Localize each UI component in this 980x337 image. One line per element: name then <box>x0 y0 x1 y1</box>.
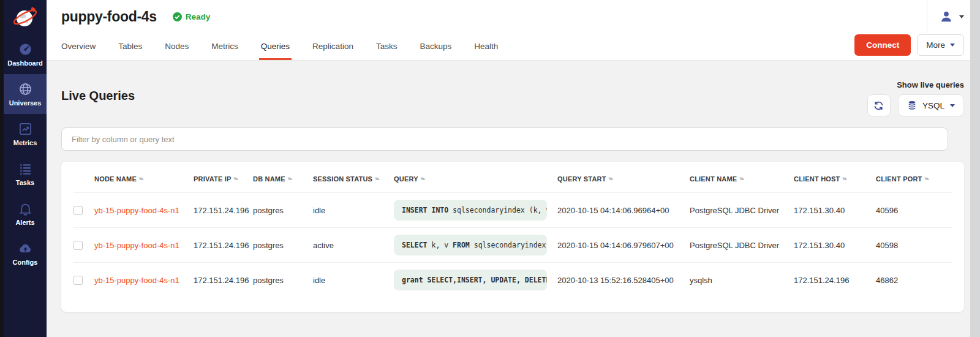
check-circle-icon <box>173 12 182 21</box>
sidebar-item-universes[interactable]: Universes <box>4 74 47 114</box>
column-header-label: QUERY <box>394 175 418 183</box>
tab-replication[interactable]: Replication <box>312 42 353 60</box>
column-header-node-name[interactable]: NODE NAME▾▴ <box>94 175 194 183</box>
column-header-label: CLIENT HOST <box>794 175 840 183</box>
globe-icon <box>18 82 32 96</box>
column-header-client-name[interactable]: CLIENT NAME▾▴ <box>690 175 794 183</box>
table-header-row: NODE NAME▾▴PRIVATE IP▾▴DB NAME▾▴SESSION … <box>74 165 952 192</box>
row-checkbox[interactable] <box>74 241 83 250</box>
sidebar-item-label: Dashboard <box>7 59 42 67</box>
status-badge: Ready <box>173 12 211 21</box>
query-cell: SELECT k, v FROM sqlsecondaryindex … <box>394 235 557 256</box>
tab-health[interactable]: Health <box>474 42 498 60</box>
connect-button[interactable]: Connect <box>854 34 911 56</box>
tab-tasks[interactable]: Tasks <box>376 42 398 60</box>
sidebar-nav: DashboardUniversesMetricsTasksAlertsConf… <box>4 34 47 273</box>
toolbar-right: Show live queries <box>867 80 964 116</box>
row-checkbox[interactable] <box>74 276 83 285</box>
more-button-label: More <box>926 40 945 50</box>
sort-icon[interactable]: ▾▴ <box>843 176 846 181</box>
query-cell: grant SELECT,INSERT, UPDATE, DELETE… <box>394 270 557 290</box>
tab-tables[interactable]: Tables <box>118 42 142 60</box>
sort-icon[interactable]: ▾▴ <box>739 176 743 181</box>
client-host-cell: 172.151.30.40 <box>794 241 876 250</box>
sidebar-item-tasks[interactable]: Tasks <box>4 154 47 194</box>
node-name-link[interactable]: yb-15-puppy-food-4s-n1 <box>94 206 194 215</box>
query-segment: FROM <box>453 241 470 249</box>
column-header-label: PRIVATE IP <box>194 175 232 183</box>
column-header-client-port[interactable]: CLIENT PORT▾▴ <box>876 175 952 183</box>
header-actions: Connect More <box>854 34 964 56</box>
table-row: yb-15-puppy-food-4s-n1172.151.24.196post… <box>74 262 952 297</box>
sort-icon[interactable]: ▾▴ <box>421 176 424 181</box>
sidebar-item-configs[interactable]: Configs <box>4 233 47 273</box>
chevron-down-icon <box>950 44 955 47</box>
sort-icon[interactable]: ▾▴ <box>234 176 238 181</box>
client-port-cell: 46862 <box>876 276 952 285</box>
api-selector-label: YSQL <box>922 101 944 110</box>
header-tabs-row: OverviewTablesNodesMetricsQueriesReplica… <box>61 33 964 60</box>
tab-queries[interactable]: Queries <box>261 42 290 60</box>
row-checkbox-cell <box>74 276 94 285</box>
sort-icon[interactable]: ▾▴ <box>288 176 292 181</box>
sidebar-item-label: Configs <box>13 259 38 266</box>
user-menu[interactable] <box>927 0 964 33</box>
refresh-icon <box>873 100 884 111</box>
sidebar-item-dashboard[interactable]: Dashboard <box>4 34 47 74</box>
query-filter-input[interactable] <box>61 127 948 151</box>
query-start-cell: 2020-10-15 04:14:06.96964+00 <box>557 206 690 215</box>
query-cell: INSERT INTO sqlsecondaryindex (k, v… <box>394 200 557 221</box>
sidebar-item-metrics[interactable]: Metrics <box>4 114 47 154</box>
column-header-db-name[interactable]: DB NAME▾▴ <box>253 175 313 183</box>
tab-metrics[interactable]: Metrics <box>211 42 238 60</box>
universe-header: puppy-food-4s Ready OverviewTablesNodesM… <box>47 0 970 61</box>
refresh-button[interactable] <box>867 94 891 116</box>
tab-backups[interactable]: Backups <box>420 42 451 60</box>
sort-icon[interactable]: ▾▴ <box>139 176 143 181</box>
client-name-cell: PostgreSQL JDBC Driver <box>690 241 794 250</box>
main-area: puppy-food-4s Ready OverviewTablesNodesM… <box>47 0 970 337</box>
sort-icon[interactable]: ▾▴ <box>609 176 612 181</box>
row-checkbox[interactable] <box>74 206 83 215</box>
database-icon <box>907 100 917 110</box>
yugabyte-logo-icon[interactable] <box>4 0 47 34</box>
node-name-link[interactable]: yb-15-puppy-food-4s-n1 <box>94 276 194 285</box>
query-segment: sqlsecondaryindex (k, v… <box>448 206 547 214</box>
sidebar-item-label: Metrics <box>13 139 37 146</box>
query-segment: sqlsecondaryindex … <box>470 241 547 249</box>
sort-icon[interactable]: ▾▴ <box>925 176 929 181</box>
column-header-private-ip[interactable]: PRIVATE IP▾▴ <box>194 175 253 183</box>
column-header-label: NODE NAME <box>94 175 137 183</box>
toolbar-buttons: YSQL <box>867 94 964 116</box>
cloud-upload-icon <box>18 241 32 256</box>
query-segment: k, v <box>428 241 453 249</box>
query-snippet[interactable]: SELECT k, v FROM sqlsecondaryindex … <box>394 235 547 256</box>
column-header-session-status[interactable]: SESSION STATUS▾▴ <box>313 175 394 183</box>
tab-overview[interactable]: Overview <box>61 42 96 60</box>
page-toolbar: Live Queries Show live queries <box>61 80 964 116</box>
live-queries-table-card: NODE NAME▾▴PRIVATE IP▾▴DB NAME▾▴SESSION … <box>61 162 964 312</box>
sidebar-item-alerts[interactable]: Alerts <box>4 194 47 233</box>
sort-icon[interactable]: ▾▴ <box>375 176 379 181</box>
live-queries-page: Live Queries Show live queries <box>47 61 970 312</box>
tab-nodes[interactable]: Nodes <box>165 42 189 60</box>
more-button[interactable]: More <box>917 34 964 56</box>
api-selector-dropdown[interactable]: YSQL <box>898 94 964 116</box>
column-header-client-host[interactable]: CLIENT HOST▾▴ <box>794 175 876 183</box>
query-snippet[interactable]: grant SELECT,INSERT, UPDATE, DELETE… <box>394 270 547 290</box>
column-header-query-start[interactable]: QUERY START▾▴ <box>557 175 690 183</box>
node-name-link[interactable]: yb-15-puppy-food-4s-n1 <box>94 241 194 250</box>
column-header-label: SESSION STATUS <box>313 175 372 183</box>
query-segment: grant SELECT,INSERT, UPDATE, DELETE… <box>402 276 547 284</box>
bell-icon <box>18 202 32 216</box>
column-header-label: CLIENT NAME <box>690 175 737 183</box>
chevron-down-icon <box>959 15 964 18</box>
session-status-cell: idle <box>313 206 394 215</box>
row-checkbox-cell <box>74 206 94 215</box>
session-status-cell: active <box>313 241 394 250</box>
page-title: Live Queries <box>61 89 135 103</box>
column-header-query[interactable]: QUERY▾▴ <box>394 175 557 183</box>
private-ip-cell: 172.151.24.196 <box>194 241 253 250</box>
universe-title: puppy-food-4s <box>61 9 157 25</box>
query-snippet[interactable]: INSERT INTO sqlsecondaryindex (k, v… <box>394 200 547 221</box>
